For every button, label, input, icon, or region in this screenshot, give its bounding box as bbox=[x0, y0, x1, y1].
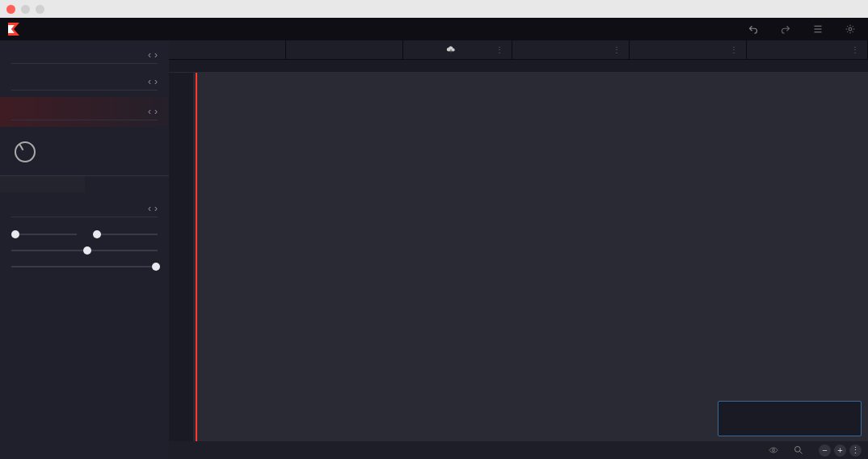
section-bar: ⋮ ⋮ ⋮ ⋮ bbox=[169, 40, 868, 60]
minimap[interactable] bbox=[718, 401, 862, 436]
section-verse[interactable]: ⋮ bbox=[403, 40, 512, 59]
undo-button[interactable] bbox=[748, 24, 763, 34]
svg-point-1 bbox=[773, 449, 775, 452]
tab-audio[interactable] bbox=[0, 176, 85, 192]
ruler[interactable] bbox=[169, 60, 868, 73]
zoom-in-button[interactable]: + bbox=[834, 444, 846, 457]
piano-keys bbox=[169, 73, 193, 441]
volume-slider[interactable] bbox=[11, 266, 158, 267]
shape-prev-button[interactable]: ‹ bbox=[148, 76, 151, 87]
list-icon bbox=[813, 24, 823, 34]
drop-menu-button[interactable]: ⋮ bbox=[851, 45, 859, 54]
reverb-slider[interactable] bbox=[11, 234, 77, 235]
sound-section: ‹› bbox=[0, 192, 169, 276]
octave-param: ‹› bbox=[0, 40, 169, 67]
top-actions bbox=[748, 24, 860, 34]
octave-next-button[interactable]: › bbox=[154, 49, 158, 61]
howto-guide-button[interactable] bbox=[813, 24, 828, 34]
space-param bbox=[0, 130, 169, 171]
preset-prev-button[interactable]: ‹ bbox=[148, 203, 151, 214]
space-knob[interactable] bbox=[15, 141, 36, 162]
playhead[interactable] bbox=[196, 73, 197, 441]
sidebar-tabs bbox=[0, 175, 169, 192]
show-button[interactable] bbox=[769, 445, 782, 455]
topbar bbox=[0, 18, 868, 40]
gear-icon bbox=[845, 24, 855, 34]
fit-to-view-button[interactable] bbox=[794, 445, 807, 455]
zoom-out-button[interactable]: − bbox=[819, 444, 831, 457]
preset-next-button[interactable]: › bbox=[154, 203, 158, 214]
rhythm-param: ‹› bbox=[0, 97, 169, 127]
eye-icon bbox=[769, 445, 778, 455]
cloud-download-icon[interactable] bbox=[446, 45, 456, 55]
bottom-bar: − + ⋮ bbox=[169, 441, 868, 459]
rhythm-next-button[interactable]: › bbox=[154, 106, 158, 117]
traffic-lights bbox=[6, 5, 44, 14]
tab-vst-output[interactable] bbox=[85, 176, 170, 192]
shape-param: ‹› bbox=[0, 67, 169, 94]
section-drop[interactable]: ⋮ bbox=[747, 40, 868, 59]
close-window-button[interactable] bbox=[6, 5, 15, 14]
app-logo-icon bbox=[8, 23, 24, 36]
delay-slider[interactable] bbox=[93, 234, 158, 235]
maximize-window-button[interactable] bbox=[36, 5, 44, 14]
verse-menu-button[interactable]: ⋮ bbox=[495, 45, 504, 54]
octave-prev-button[interactable]: ‹ bbox=[148, 49, 151, 61]
sidebar: ‹› ‹› ‹› bbox=[0, 40, 169, 459]
piano-roll bbox=[169, 73, 868, 441]
section-chorus[interactable]: ⋮ bbox=[630, 40, 747, 59]
chorus-menu-button[interactable]: ⋮ bbox=[730, 45, 738, 54]
minimize-window-button[interactable] bbox=[21, 5, 30, 14]
filter-slider[interactable] bbox=[11, 250, 158, 251]
rhythm-prev-button[interactable]: ‹ bbox=[148, 106, 151, 117]
titlebar bbox=[0, 0, 868, 18]
settings-button[interactable] bbox=[845, 24, 860, 34]
redo-button[interactable] bbox=[781, 24, 795, 34]
section-play[interactable] bbox=[286, 40, 403, 59]
section-midi-in[interactable] bbox=[169, 40, 286, 59]
search-icon bbox=[794, 445, 803, 455]
note-grid[interactable] bbox=[193, 73, 868, 441]
section-pre-chorus[interactable]: ⋮ bbox=[512, 40, 630, 59]
shape-next-button[interactable]: › bbox=[154, 76, 158, 87]
redo-icon bbox=[781, 24, 790, 34]
zoom-menu-button[interactable]: ⋮ bbox=[849, 444, 862, 457]
editor-area: ⋮ ⋮ ⋮ ⋮ − + bbox=[169, 40, 868, 459]
svg-point-2 bbox=[795, 447, 801, 453]
prechorus-menu-button[interactable]: ⋮ bbox=[613, 45, 621, 54]
undo-icon bbox=[748, 24, 758, 34]
logo-area bbox=[8, 23, 31, 36]
svg-point-0 bbox=[849, 27, 852, 31]
